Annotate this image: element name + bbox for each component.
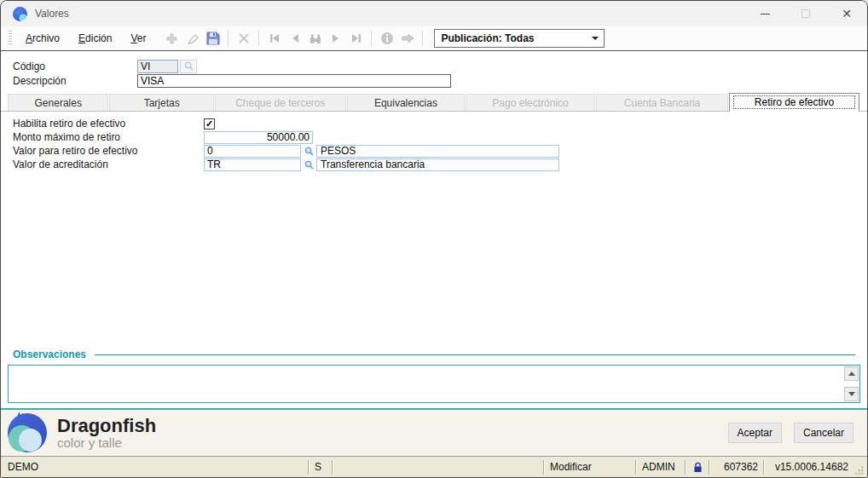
brand-tagline: color y talle [57, 436, 156, 451]
next-record-icon [327, 31, 344, 47]
habilita-row: Habilita retiro de efectivo ✓ [13, 117, 855, 130]
aceptar-button[interactable]: Aceptar [728, 423, 782, 443]
chevron-down-icon [592, 37, 599, 40]
check-icon: ✓ [205, 119, 213, 129]
arrow-down-icon [848, 392, 855, 396]
valor-retiro-descripcion: PESOS [316, 145, 559, 158]
logo-circle-light [19, 429, 42, 452]
dragonfish-logo [8, 413, 47, 452]
add-icon [164, 31, 180, 47]
maximize-button [785, 1, 826, 26]
publication-dropdown[interactable]: Publicación: Todas [434, 29, 605, 48]
statusbar: DEMO S Modificar ADMIN 607362 v15.0006.1… [1, 456, 867, 477]
valor-acreditacion-row: Valor de acreditación Transferencia banc… [13, 158, 855, 171]
save-icon[interactable] [205, 31, 221, 47]
statusbar-record-number: 607362 [710, 461, 763, 473]
tab-cheque-de-terceros: Cheque de terceros [215, 94, 346, 111]
empty-area [1, 171, 867, 348]
habilita-label: Habilita retiro de efectivo [13, 118, 204, 130]
valores-window: Valores ✕ Archivo Edición Ver [0, 0, 868, 478]
observaciones-section: Observaciones [1, 348, 867, 408]
observaciones-header: Observaciones [8, 348, 860, 365]
monto-row: Monto máximo de retiro [13, 130, 855, 144]
minimize-icon [761, 14, 770, 14]
tab-cuenta-bancaria: Cuenta Bancaria [596, 94, 728, 111]
valor-acreditacion-lookup-icon[interactable] [302, 158, 315, 171]
descripcion-input[interactable] [137, 74, 451, 88]
tab-pago-electronico: Pago electrónico [466, 94, 595, 111]
window-controls: ✕ [744, 1, 867, 26]
tab-tarjetas[interactable]: Tarjetas [109, 94, 213, 111]
last-record-icon [348, 31, 364, 47]
observaciones-box [8, 365, 860, 403]
footer-buttons: Aceptar Cancelar [728, 423, 854, 443]
toolbar-divider [371, 31, 372, 46]
statusbar-database: DEMO [3, 461, 308, 473]
scroll-up-button[interactable] [844, 366, 859, 381]
monto-label: Monto máximo de retiro [13, 131, 204, 143]
retiro-tab-panel: Habilita retiro de efectivo ✓ Monto máxi… [1, 112, 867, 171]
menu-ver[interactable]: Ver [121, 29, 155, 48]
codigo-row: Código [13, 59, 855, 73]
statusbar-flag: S [310, 461, 332, 473]
find-icon [307, 31, 323, 47]
lock-icon [686, 462, 709, 473]
cancelar-button[interactable]: Cancelar [794, 423, 854, 443]
forward-icon [399, 31, 415, 47]
brand-text: Dragonfish color y talle [57, 416, 156, 451]
edit-icon [184, 31, 200, 47]
delete-icon [235, 31, 252, 47]
tab-retiro-de-efectivo[interactable]: Retiro de efectivo [729, 93, 859, 112]
statusbar-version: v15.0006.14682 [765, 461, 854, 473]
titlebar: Valores ✕ [1, 1, 867, 26]
maximize-icon [801, 9, 810, 18]
publication-value: Publicación: Todas [441, 32, 534, 44]
minimize-button[interactable] [744, 1, 785, 26]
valor-acreditacion-label: Valor de acreditación [13, 158, 204, 170]
resize-grip[interactable] [854, 457, 865, 477]
toolbar-divider [228, 31, 229, 46]
tabstrip: Generales Tarjetas Cheque de terceros Eq… [1, 93, 867, 112]
header-form: Código Descripción [1, 51, 867, 93]
monto-input[interactable] [204, 131, 313, 144]
tab-equivalencias[interactable]: Equivalencias [347, 94, 465, 111]
observaciones-scrollbar [843, 366, 859, 402]
tab-generales[interactable]: Generales [8, 94, 108, 111]
valor-retiro-row: Valor para retiro de efectivo PESOS [13, 144, 855, 158]
valor-acreditacion-input[interactable] [204, 158, 301, 171]
footer: Dragonfish color y talle Aceptar Cancela… [1, 408, 867, 456]
toolbar-grip[interactable] [9, 31, 12, 46]
observaciones-label: Observaciones [13, 348, 86, 360]
observaciones-rule [95, 354, 855, 355]
statusbar-mode: Modificar [545, 461, 635, 473]
close-icon: ✕ [842, 8, 852, 20]
toolbar-divider [258, 31, 259, 46]
menu-archivo[interactable]: Archivo [16, 29, 69, 48]
menu-edicion[interactable]: Edición [69, 29, 121, 48]
valor-acreditacion-descripcion: Transferencia bancaria [316, 158, 559, 171]
observaciones-textarea[interactable] [9, 366, 843, 402]
valor-retiro-lookup-icon[interactable] [302, 145, 315, 158]
first-record-icon [266, 31, 282, 47]
window-title: Valores [35, 8, 69, 20]
scroll-down-button[interactable] [844, 387, 859, 401]
close-button[interactable]: ✕ [826, 1, 867, 26]
descripcion-row: Descripción [13, 73, 855, 88]
menubar: Archivo Edición Ver [1, 26, 867, 51]
info-icon [379, 31, 395, 47]
app-logo-icon [13, 7, 27, 21]
statusbar-divider [332, 460, 333, 475]
codigo-label: Código [13, 60, 137, 72]
codigo-input [137, 60, 178, 73]
descripcion-label: Descripción [13, 75, 137, 87]
arrow-up-icon [848, 371, 855, 376]
brand-name: Dragonfish [57, 416, 156, 436]
codigo-lookup-button [180, 60, 197, 73]
valor-retiro-label: Valor para retiro de efectivo [13, 145, 204, 157]
previous-record-icon [286, 31, 303, 47]
scroll-track[interactable] [844, 381, 859, 387]
habilita-checkbox[interactable]: ✓ [204, 118, 215, 130]
toolbar-divider [422, 31, 423, 46]
statusbar-user: ADMIN [637, 461, 685, 473]
valor-retiro-input[interactable] [204, 145, 301, 158]
